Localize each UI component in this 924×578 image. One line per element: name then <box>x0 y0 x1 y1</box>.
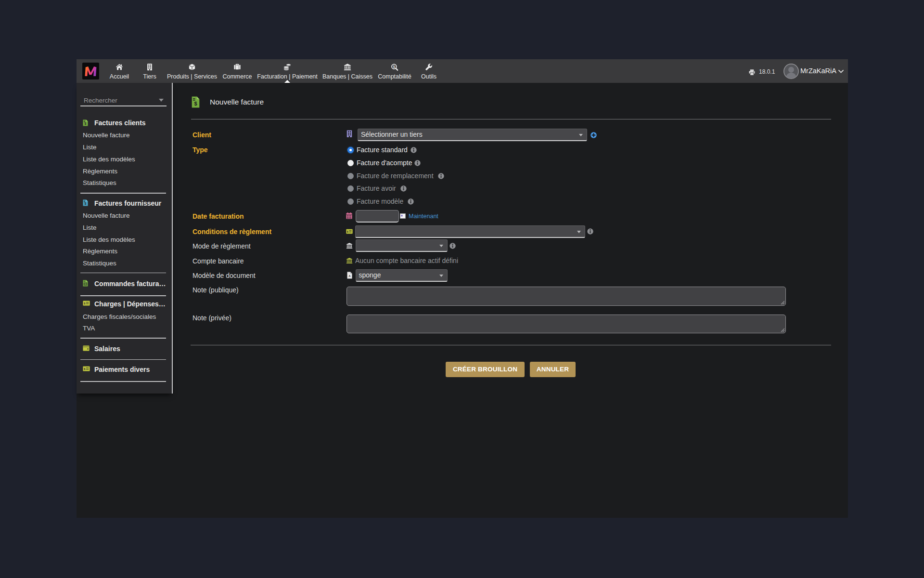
svg-text:$: $ <box>85 202 87 206</box>
svg-text:A: A <box>349 275 351 277</box>
svg-text:$: $ <box>85 122 87 126</box>
svg-text:$: $ <box>194 101 197 106</box>
svg-text:$: $ <box>393 65 395 69</box>
